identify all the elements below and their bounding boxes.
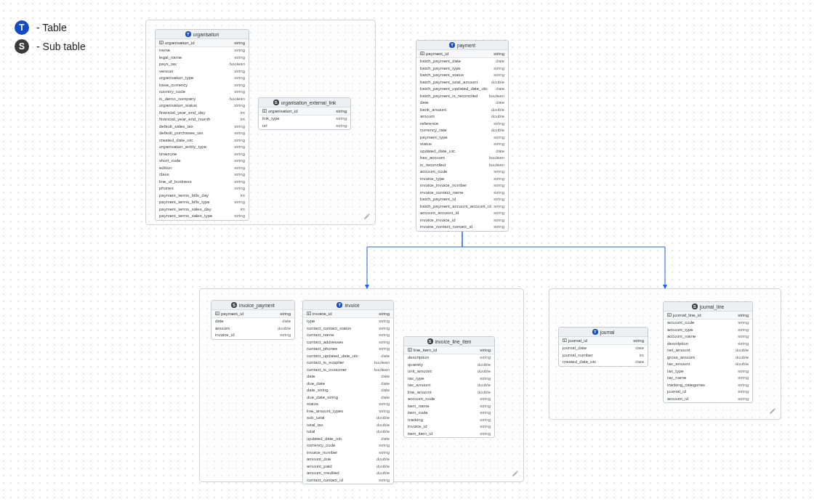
field-type: string	[379, 450, 390, 456]
field-type: double	[736, 348, 749, 354]
field-row: payment_terms_sales_dayint	[156, 206, 249, 214]
entity-journal[interactable]: T journal ⚿journal_id string journal_dat…	[558, 327, 648, 367]
field-row: organisation_typestring	[156, 75, 249, 82]
pk-name: invoice_id	[313, 312, 332, 316]
field-type: string	[493, 197, 504, 203]
field-type: double	[736, 362, 749, 367]
field-row: payment_terms_sales_typestring	[156, 213, 249, 220]
field-row: has_accountboolean	[416, 155, 508, 162]
field-row: descriptionstring	[404, 354, 494, 362]
entity-organisation-external-link[interactable]: S organisation_external_link ⚿organisati…	[258, 97, 351, 130]
pk-type: string	[280, 312, 291, 316]
field-row: due_datedate	[303, 381, 393, 388]
field-row: base_currencystring	[156, 82, 249, 89]
field-name: journal_date	[563, 346, 587, 351]
field-name: status	[420, 142, 432, 147]
field-name: due_date_string	[307, 395, 338, 401]
field-type: string	[234, 124, 245, 130]
field-row: gross_amountdouble	[664, 354, 752, 362]
field-type: double	[376, 471, 390, 476]
pk-row: ⚿line_item_id string	[404, 346, 494, 354]
field-row: tax_typestring	[404, 375, 494, 383]
field-type: boolean	[374, 367, 390, 373]
field-row: contact_addressesstring	[303, 339, 393, 346]
field-type: string	[234, 179, 245, 185]
field-type: string	[493, 73, 504, 78]
field-name: edition	[159, 166, 172, 171]
field-row: amount_paiddouble	[303, 463, 393, 471]
field-row: is_demo_companyboolean	[156, 96, 249, 103]
field-name: account_name	[667, 334, 696, 340]
edit-icon[interactable]	[512, 470, 519, 477]
field-name: link_type	[262, 116, 280, 122]
field-list: datedateamountdoubleinvoice_idstring	[211, 318, 294, 339]
field-row: batch_payment_idstring	[416, 196, 508, 203]
field-type: boolean	[489, 155, 504, 161]
field-type: boolean	[230, 62, 245, 68]
entity-organisation[interactable]: T organisation ⚿organisation_id string n…	[155, 29, 249, 221]
field-row: line_amount_typesstring	[303, 408, 393, 415]
entity-header: T invoice	[303, 301, 393, 310]
field-row: created_date_utcstring	[156, 137, 249, 145]
key-icon: ⚿	[262, 109, 267, 113]
field-name: amount	[215, 326, 230, 332]
field-name: payment_type	[420, 135, 448, 141]
field-name: currency_code	[307, 443, 335, 449]
field-name: status	[307, 402, 318, 407]
field-type: string	[738, 397, 749, 402]
field-name: account_id	[667, 397, 688, 402]
field-row: totaldouble	[303, 428, 393, 436]
field-name: unit_amount	[408, 369, 432, 375]
field-name: contact_addresses	[307, 340, 343, 346]
field-row: contact_updated_date_utcdate	[303, 353, 393, 360]
field-type: date	[381, 388, 390, 394]
field-row: batch_payment_statusstring	[416, 72, 508, 79]
field-name: phones	[159, 186, 174, 192]
field-type: string	[738, 375, 749, 381]
field-type: string	[379, 443, 390, 449]
field-type: double	[477, 390, 491, 396]
field-list: namestringlegal_namestringpays_taxboolea…	[156, 47, 249, 220]
entity-invoice[interactable]: T invoice ⚿invoice_id string typestringc…	[302, 300, 394, 484]
field-name: version	[159, 69, 173, 75]
entity-invoice-payment[interactable]: S invoice_payment ⚿payment_id string dat…	[211, 300, 295, 340]
field-name: contact_contact_status	[307, 326, 351, 332]
field-name: item_item_id	[408, 431, 432, 437]
field-row: namestring	[156, 47, 249, 54]
field-row: phonesstring	[156, 185, 249, 192]
key-icon: ⚿	[408, 348, 412, 352]
field-name: gross_amount	[667, 355, 695, 361]
field-name: reference	[420, 121, 438, 127]
edit-icon[interactable]	[363, 213, 371, 220]
key-icon: ⚿	[667, 313, 672, 317]
field-row: datedate	[303, 373, 393, 381]
field-name: quantity	[408, 362, 423, 368]
field-name: base_currency	[159, 83, 188, 89]
field-row: batch_payment_total_amountdouble	[416, 79, 508, 86]
field-name: contact_updated_date_utc	[307, 354, 358, 359]
field-type: date	[635, 359, 644, 365]
entity-journal-line[interactable]: S journal_line ⚿journal_line_id string a…	[663, 301, 753, 403]
field-row: batch_payment_datedate	[416, 58, 508, 65]
field-row: currency_ratedouble	[416, 127, 508, 134]
field-type: string	[379, 409, 390, 415]
key-icon: ⚿	[420, 52, 424, 56]
field-name: class	[159, 172, 169, 178]
entity-payment[interactable]: T payment ⚿payment_id string batch_payme…	[416, 40, 509, 232]
field-list: account_codestringaccount_typestringacco…	[664, 320, 752, 402]
field-row: batch_payment_is_reconciledboolean	[416, 93, 508, 100]
pk-type: string	[234, 41, 245, 45]
entity-invoice-line-item[interactable]: S invoice_line_item ⚿line_item_id string…	[403, 336, 495, 438]
field-row: is_reconciledboolean	[416, 162, 508, 169]
table-badge-icon: T	[15, 20, 29, 35]
field-type: string	[280, 333, 291, 338]
field-name: amount_credited	[307, 471, 339, 476]
field-row: typestring	[303, 318, 393, 325]
field-type: string	[234, 48, 245, 54]
pk-row: ⚿journal_line_id string	[664, 312, 752, 320]
field-name: account_account_id	[420, 211, 459, 216]
edit-icon[interactable]	[769, 407, 776, 415]
entity-header: T journal	[559, 328, 648, 337]
entity-header: S journal_line	[664, 302, 752, 312]
pk-name: journal_line_id	[673, 313, 701, 317]
